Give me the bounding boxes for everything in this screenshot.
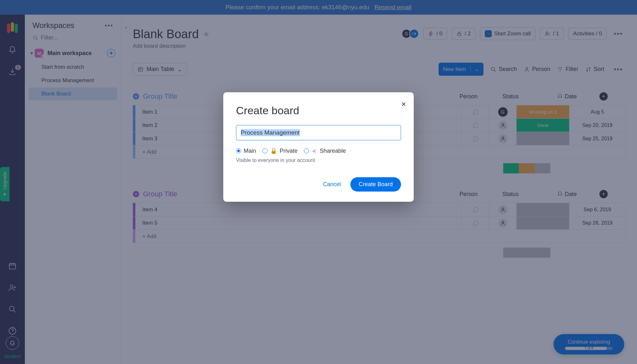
cancel-button[interactable]: Cancel bbox=[317, 177, 347, 192]
radio-main[interactable]: Main bbox=[236, 148, 256, 154]
board-name-input[interactable] bbox=[236, 125, 401, 140]
board-type-radios: Main 🔒Private ⪡Shareable bbox=[236, 147, 401, 154]
close-icon[interactable]: × bbox=[401, 99, 406, 109]
radio-icon bbox=[304, 148, 309, 153]
radio-shareable[interactable]: ⪡Shareable bbox=[304, 148, 346, 154]
radio-icon bbox=[262, 148, 268, 153]
lock-icon: 🔒 bbox=[270, 147, 277, 154]
create-board-button[interactable]: Create Board bbox=[350, 177, 401, 192]
modal-help-text: Visible to everyone in your account bbox=[236, 158, 401, 163]
radio-selected-icon bbox=[236, 148, 241, 153]
create-board-modal: × Create board Main 🔒Private ⪡Shareable … bbox=[223, 92, 414, 202]
modal-title: Create board bbox=[236, 104, 401, 117]
share-icon: ⪡ bbox=[311, 148, 317, 154]
radio-private[interactable]: 🔒Private bbox=[262, 147, 297, 154]
